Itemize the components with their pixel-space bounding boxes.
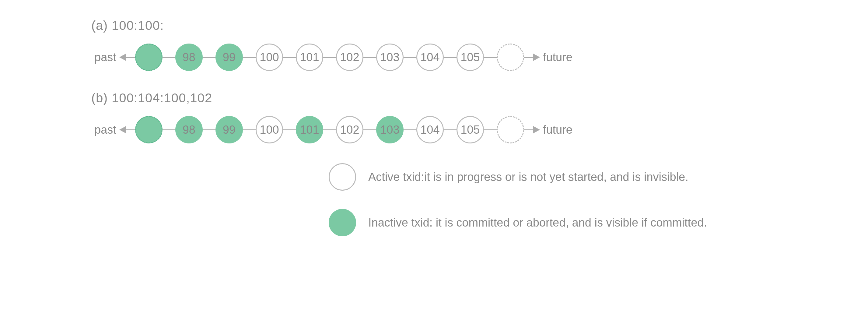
section-a-label: (a) 100:100:: [91, 18, 791, 33]
connector-line: [283, 130, 296, 130]
txid-node-future: [497, 44, 524, 71]
connector-line: [162, 57, 175, 58]
connector-line: [126, 57, 135, 58]
txid-node-98: 98: [175, 116, 203, 143]
future-label-a: future: [543, 51, 572, 64]
connector-line: [444, 57, 457, 58]
txid-node-98: 98: [175, 44, 203, 71]
legend-inactive-text: Inactive txid: it is committed or aborte…: [368, 216, 707, 229]
txid-node-99: 99: [215, 116, 243, 143]
txid-node-102: 102: [336, 116, 363, 143]
legend-row-inactive: Inactive txid: it is committed or aborte…: [329, 209, 791, 236]
txid-node-past: [135, 44, 162, 71]
connector-line: [243, 57, 256, 58]
connector-line: [524, 57, 533, 58]
connector-line: [203, 130, 215, 130]
connector-line: [484, 130, 497, 130]
arrow-left-icon: [119, 126, 126, 133]
txid-node-101: 101: [296, 44, 323, 71]
connector-line: [126, 130, 135, 130]
timeline-b: past 98 99 100 101 102 103 104 105 futur…: [91, 114, 791, 145]
txid-node-105: 105: [457, 116, 484, 143]
arrow-right-icon: [533, 54, 540, 61]
txid-node-future: [497, 116, 524, 143]
txid-node-99: 99: [215, 44, 243, 71]
legend-row-active: Active txid:it is in progress or is not …: [329, 163, 791, 191]
arrow-left-icon: [119, 54, 126, 61]
txid-node-104: 104: [416, 116, 444, 143]
legend-active-text: Active txid:it is in progress or is not …: [368, 171, 688, 184]
txid-node-103: 103: [376, 116, 404, 143]
connector-line: [484, 57, 497, 58]
past-label-a: past: [94, 51, 116, 64]
connector-line: [323, 130, 336, 130]
txid-node-103: 103: [376, 44, 404, 71]
txid-node-100: 100: [256, 44, 283, 71]
legend: Active txid:it is in progress or is not …: [329, 163, 791, 236]
connector-line: [444, 130, 457, 130]
diagram-container: (a) 100:100: past 98 99 100 101 102 103 …: [91, 18, 791, 255]
legend-inactive-icon: [329, 209, 356, 236]
connector-line: [363, 130, 376, 130]
past-label-b: past: [94, 123, 116, 136]
txid-node-104: 104: [416, 44, 444, 71]
connector-line: [323, 57, 336, 58]
connector-line: [404, 57, 416, 58]
connector-line: [162, 130, 175, 130]
future-label-b: future: [543, 123, 572, 136]
connector-line: [363, 57, 376, 58]
connector-line: [404, 130, 416, 130]
txid-node-105: 105: [457, 44, 484, 71]
txid-node-past: [135, 116, 162, 143]
txid-node-102: 102: [336, 44, 363, 71]
connector-line: [283, 57, 296, 58]
timeline-a: past 98 99 100 101 102 103 104 105 futur…: [91, 42, 791, 73]
legend-active-icon: [329, 163, 356, 191]
connector-line: [203, 57, 215, 58]
arrow-right-icon: [533, 126, 540, 133]
txid-node-101: 101: [296, 116, 323, 143]
section-b-label: (b) 100:104:100,102: [91, 91, 791, 105]
connector-line: [524, 130, 533, 130]
connector-line: [243, 130, 256, 130]
txid-node-100: 100: [256, 116, 283, 143]
